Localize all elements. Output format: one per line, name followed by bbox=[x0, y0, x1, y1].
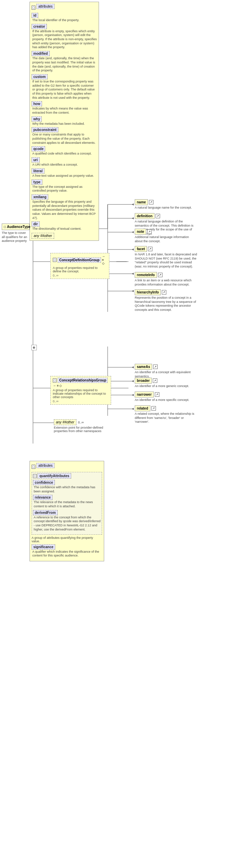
element-narrower-label: narrower bbox=[135, 392, 154, 397]
attr-pubconstraint-name: pubconstraint bbox=[32, 127, 58, 132]
concept-rel-group-name: ConceptRelationshipsGroup bbox=[58, 378, 108, 383]
attr-why: why Why the metadata has been included. bbox=[32, 116, 97, 126]
element-broader-desc: An identifier of a more generic concept. bbox=[135, 384, 189, 388]
element-broader-label: broader bbox=[135, 378, 152, 384]
element-narrower-box: narrower ↗ bbox=[135, 392, 189, 397]
element-sameas-desc: An identifier of a concept with equivale… bbox=[135, 370, 197, 378]
attr-relevance-desc: The relevance of the metadata to the new… bbox=[34, 500, 101, 508]
attr-significance-name: significance bbox=[32, 544, 55, 550]
concept-rel-group-icon: □ bbox=[53, 378, 57, 383]
attr-derivedfrom-desc: A reference to the concept from which th… bbox=[34, 516, 101, 532]
attr-relevance: relevance The relevance of the metadata … bbox=[33, 495, 101, 508]
svg-marker-26 bbox=[132, 231, 134, 233]
audience-type-icon: □ bbox=[4, 225, 6, 229]
element-related-desc: A related concept, where the relationshi… bbox=[135, 412, 197, 424]
attr-qcode-desc: A qualified code which identifies a conc… bbox=[32, 152, 97, 156]
attr-confidence-desc: The confidence with which the metadata h… bbox=[34, 485, 101, 493]
element-remoteinfo-icon: ↗ bbox=[158, 273, 163, 277]
attributes-subtitle: attributes bbox=[36, 4, 54, 9]
element-hierarchyinfo-icon: ↗ bbox=[162, 290, 166, 295]
attr-type-name: type bbox=[32, 179, 42, 185]
concept-rel-group: □ ConceptRelationshipsGroup → ≡ ◇ A grou… bbox=[50, 376, 111, 405]
middle-connector-box: ⊕ bbox=[31, 345, 37, 350]
svg-marker-27 bbox=[132, 248, 134, 251]
audience-type-section: □ AudienceType → The type to cover all q… bbox=[2, 223, 30, 243]
svg-marker-29 bbox=[132, 290, 134, 292]
element-broader-icon: ↗ bbox=[153, 378, 157, 383]
element-related-section: related ↗ A related concept, where the r… bbox=[135, 405, 197, 424]
attr-relevance-name: relevance bbox=[33, 495, 52, 500]
attr-creator-name: creator bbox=[32, 24, 47, 29]
element-note-icon: ↗ bbox=[147, 229, 152, 234]
element-facet-box: facet ↗ bbox=[135, 246, 197, 252]
attr-xmllang-desc: Specifies the language of this property … bbox=[32, 200, 97, 220]
element-broader-section: broader ↗ An identifier of a more generi… bbox=[135, 378, 189, 388]
attr-why-name: why bbox=[32, 116, 42, 122]
element-facet-icon: ↗ bbox=[148, 247, 152, 251]
concept-def-group-icon: □ bbox=[53, 258, 57, 262]
element-facet-section: facet ↗ In NAR 1.8 and later, facet is d… bbox=[135, 246, 197, 269]
attr-modified: modified The date (and, optionally, the … bbox=[32, 51, 97, 73]
element-related-label: related bbox=[135, 405, 150, 411]
element-related-box: related ↗ bbox=[135, 405, 197, 411]
attr-derivedfrom-name: derivedFrom bbox=[33, 510, 58, 515]
any-other-bottom-section: any ##other 0..∞ Extension point for pro… bbox=[54, 419, 109, 433]
element-remoteinfo-label: remoteInfo bbox=[135, 272, 157, 278]
svg-marker-32 bbox=[132, 394, 134, 396]
attributes-panel-icon: □ bbox=[32, 6, 35, 10]
quantify-attributes-group: □ quantifyAttributes confidence The conf… bbox=[32, 472, 102, 535]
attr-why-desc: Why the metadata has been included. bbox=[32, 122, 97, 126]
any-other-bottom-label: any ##other bbox=[54, 419, 76, 425]
element-hierarchyinfo-label: hierarchyInfo bbox=[135, 289, 161, 295]
element-name-label: name bbox=[135, 199, 148, 205]
attr-id-desc: The local identifier of the property. bbox=[32, 18, 97, 23]
attr-significance: significance A qualifier which indicates… bbox=[32, 544, 102, 558]
element-name-section: name ↗ A natural language name for the c… bbox=[135, 199, 192, 210]
element-broader-box: broader ↗ bbox=[135, 378, 189, 384]
attr-qcode-name: qcode bbox=[32, 146, 45, 151]
quantify-icon: □ bbox=[33, 474, 37, 478]
concept-def-range: 0..∞ bbox=[53, 274, 107, 277]
element-remoteinfo-desc: A link to an item or a web resource whic… bbox=[135, 279, 197, 287]
concept-def-group: □ ConceptDefinitionGroup → ≡ ◇ A group o… bbox=[50, 253, 109, 279]
element-remoteinfo-box: remoteInfo ↗ bbox=[135, 272, 197, 278]
element-related-icon: ↗ bbox=[151, 406, 156, 411]
element-sameas-box: sameAs ↗ bbox=[135, 364, 197, 370]
svg-marker-30 bbox=[132, 366, 134, 368]
element-narrower-icon: ↗ bbox=[155, 392, 159, 397]
attr-how-name: how bbox=[32, 101, 42, 106]
attr-custom-desc: If set to true the corresponding propert… bbox=[32, 80, 97, 100]
attr-uri-name: uri bbox=[32, 157, 40, 163]
attr-creator: creator If the attribute is empty, speci… bbox=[32, 24, 97, 50]
any-other-item: any ##other bbox=[32, 233, 97, 239]
quantify-name: quantifyAttributes bbox=[38, 473, 71, 479]
element-facet-label: facet bbox=[135, 246, 147, 252]
attr-type-desc: The type of the concept assigned as cont… bbox=[32, 185, 97, 193]
attr-confidence: confidence The confidence with which the… bbox=[33, 480, 101, 493]
attr-significance-desc: A qualifier which indicates the signific… bbox=[32, 550, 102, 558]
any-other-label: any ##other bbox=[32, 233, 54, 239]
attr-literal-name: literal bbox=[32, 168, 44, 174]
attr-id: id The local identifier of the property. bbox=[32, 13, 97, 23]
element-hierarchyinfo-section: hierarchyInfo ↗ Represents the position … bbox=[135, 289, 197, 312]
attr-xmllang-name: xmllang bbox=[32, 194, 48, 200]
attr-creator-desc: If the attribute is empty, specifies whi… bbox=[32, 29, 97, 50]
attr-literal: literal A free-text value assigned as pr… bbox=[32, 168, 97, 178]
bottom-attr-subtitle: attributes bbox=[36, 463, 54, 468]
any-other-bottom-range: 0..∞ bbox=[78, 421, 84, 424]
concept-rel-range: 0..∞ bbox=[53, 400, 109, 403]
quantify-group-desc: A group of attributes quantifying the pr… bbox=[32, 536, 102, 543]
element-definition-icon: ↗ bbox=[156, 214, 160, 218]
bottom-attributes-panel: □ attributes □ quantifyAttributes confid… bbox=[30, 461, 104, 561]
attr-pubconstraint-desc: One or many constraints that apply to pu… bbox=[32, 133, 97, 145]
bottom-attr-icon: □ bbox=[32, 465, 35, 469]
element-definition-box: definition ↗ bbox=[135, 213, 197, 219]
element-facet-desc: In NAR 1.8 and later, facet is deprecate… bbox=[135, 253, 197, 269]
attr-modified-name: modified bbox=[32, 51, 50, 56]
svg-marker-28 bbox=[132, 273, 134, 275]
attr-custom-name: custom bbox=[32, 74, 48, 79]
attr-literal-desc: A free-text value assigned as property v… bbox=[32, 174, 97, 178]
element-sameas-icon: ↗ bbox=[153, 365, 158, 369]
attr-custom: custom If set to true the corresponding … bbox=[32, 74, 97, 100]
attr-derivedfrom: derivedFrom A reference to the concept f… bbox=[33, 510, 101, 532]
